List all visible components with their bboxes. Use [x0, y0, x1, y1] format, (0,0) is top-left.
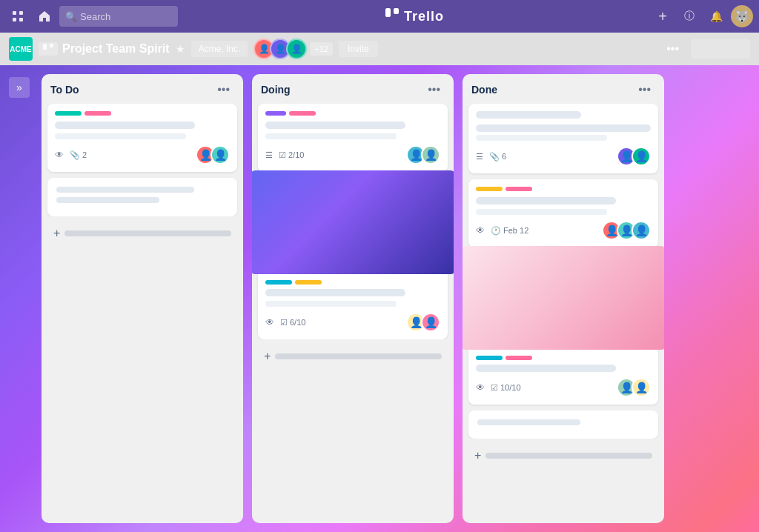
- svg-rect-4: [385, 8, 391, 17]
- search-input[interactable]: [59, 6, 178, 27]
- check-count: 10/10: [500, 383, 521, 392]
- eye-icon: 👁: [476, 225, 485, 236]
- card-meta: 👁 🕐 Feb 12: [476, 225, 528, 236]
- label-cyan: [55, 111, 82, 116]
- card-done-3-body: 👁 ☑ 10/10 👤 👤: [468, 356, 658, 397]
- add-icon: +: [264, 350, 271, 363]
- card-todo-1[interactable]: 👁 📎 2 👤 👤: [47, 104, 237, 172]
- svg-rect-6: [43, 44, 47, 50]
- board-canvas: » To Do ••• 👁: [0, 65, 759, 532]
- card-todo-placeholder[interactable]: [47, 178, 237, 216]
- card-footer: 👁 ☑ 6/10 👤 👤: [265, 313, 440, 332]
- card-subtitle-bar: [476, 124, 651, 132]
- add-card-line: [275, 353, 442, 359]
- list-todo-menu-button[interactable]: •••: [213, 82, 234, 98]
- trello-logo-icon: [385, 7, 400, 26]
- card-done-placeholder[interactable]: [468, 410, 658, 439]
- list-icon: ☰: [476, 152, 483, 162]
- card-labels: [476, 356, 651, 360]
- card-title-bar: [476, 197, 616, 205]
- card-title-bar: [476, 111, 581, 119]
- placeholder-line-2: [56, 197, 159, 203]
- label-pink: [84, 111, 111, 116]
- eye-meta: 👁: [476, 382, 485, 393]
- clip-icon: 📎: [70, 150, 80, 160]
- card-done-2[interactable]: 👁 🕐 Feb 12 👤 👤: [468, 179, 658, 247]
- card-avatars: 👤 👤: [617, 147, 651, 166]
- list-meta: ☰: [476, 152, 483, 162]
- svg-rect-3: [19, 18, 23, 21]
- label-teal: [476, 356, 503, 360]
- list-doing-header: Doing •••: [252, 74, 454, 104]
- sidebar-collapse-area: »: [9, 74, 33, 523]
- info-btn[interactable]: ⓘ: [677, 4, 701, 28]
- list-done-header: Done •••: [463, 74, 664, 104]
- card-avatars: 👤 👤: [406, 145, 440, 164]
- card-meta: ☰ 📎 6: [476, 152, 506, 162]
- add-card-line: [485, 453, 652, 459]
- card-subtitle: [265, 133, 397, 139]
- card-avatar-2: 👤: [632, 147, 651, 166]
- label-purple: [265, 111, 286, 116]
- check-meta: ☑ 2/10: [279, 150, 304, 160]
- card-doing-2[interactable]: 👁 ☑ 6/10 👤 👤: [258, 178, 448, 339]
- card-avatar-2: 👤: [632, 378, 651, 397]
- clip-icon: 📎: [489, 152, 500, 162]
- invite-button[interactable]: Invite: [339, 41, 378, 57]
- grid-icon-btn[interactable]: [6, 4, 30, 28]
- list-todo-title: To Do: [50, 84, 79, 96]
- home-icon-btn[interactable]: [33, 4, 56, 28]
- card-subtitle: [265, 301, 397, 307]
- user-avatar[interactable]: 🐺: [731, 5, 753, 27]
- board-more-button[interactable]: •••: [660, 39, 685, 59]
- member-count-badge: +12: [310, 42, 333, 56]
- card-subtitle: [55, 133, 186, 139]
- card-doing-1[interactable]: ☰ ☑ 2/10 👤 👤: [258, 104, 448, 172]
- clock-icon: 🕐: [491, 226, 501, 236]
- list-done-menu-button[interactable]: •••: [634, 82, 655, 98]
- card-footer: 👁 📎 2 👤 👤: [55, 145, 230, 164]
- add-card-todo-button[interactable]: +: [47, 222, 237, 245]
- card-labels: [265, 111, 440, 116]
- card-avatars: 👤 👤 👤: [602, 221, 651, 240]
- add-btn[interactable]: +: [651, 4, 675, 28]
- placeholder-line: [477, 419, 580, 425]
- bell-btn[interactable]: 🔔: [704, 4, 728, 28]
- date-meta: 🕐 Feb 12: [491, 226, 528, 236]
- svg-rect-5: [394, 8, 399, 14]
- add-card-doing-button[interactable]: +: [258, 345, 448, 368]
- list-doing-menu-button[interactable]: •••: [423, 82, 445, 98]
- card-avatar-2: 👤: [211, 145, 230, 164]
- list-done-title: Done: [471, 84, 497, 96]
- date-text: Feb 12: [503, 226, 528, 235]
- add-card-line: [64, 230, 231, 236]
- member-avatar-3[interactable]: 👤: [286, 39, 307, 59]
- card-done-1[interactable]: ☰ 📎 6 👤 👤: [468, 104, 658, 173]
- svg-rect-2: [13, 18, 16, 21]
- card-title-bar: [265, 289, 405, 296]
- list-doing-cards: ☰ ☑ 2/10 👤 👤: [252, 104, 454, 339]
- board-member-avatars: 👤 👤 👤 +12: [253, 39, 333, 59]
- card-done-3[interactable]: 👁 ☑ 10/10 👤 👤: [468, 253, 658, 405]
- add-icon: +: [474, 449, 481, 462]
- board-filter-input[interactable]: [691, 39, 750, 59]
- list-todo-header: To Do •••: [42, 74, 243, 104]
- check-icon: ☑: [491, 383, 498, 393]
- card-meta: ☰ ☑ 2/10: [265, 150, 304, 160]
- sidebar-collapse-button[interactable]: »: [9, 77, 30, 98]
- acme-logo[interactable]: ACME: [9, 37, 33, 61]
- card-avatars: 👤 👤: [406, 313, 440, 332]
- card-subtitle: [476, 135, 607, 141]
- workspace-button[interactable]: Acme, Inc.: [191, 41, 248, 57]
- top-navbar: 🔍 Trello + ⓘ 🔔 🐺: [0, 0, 759, 33]
- placeholder-line-1: [56, 187, 194, 193]
- star-button[interactable]: ★: [176, 43, 185, 55]
- svg-rect-0: [13, 11, 16, 15]
- list-done-cards: ☰ 📎 6 👤 👤: [463, 104, 664, 439]
- nav-right-actions: + ⓘ 🔔 🐺: [651, 4, 753, 28]
- list-icon: ☰: [265, 150, 273, 160]
- check-icon: ☑: [280, 318, 288, 327]
- clip-meta: 📎 6: [489, 152, 506, 162]
- list-doing: Doing ••• ☰ ☑: [252, 74, 454, 523]
- add-card-done-button[interactable]: +: [468, 445, 658, 467]
